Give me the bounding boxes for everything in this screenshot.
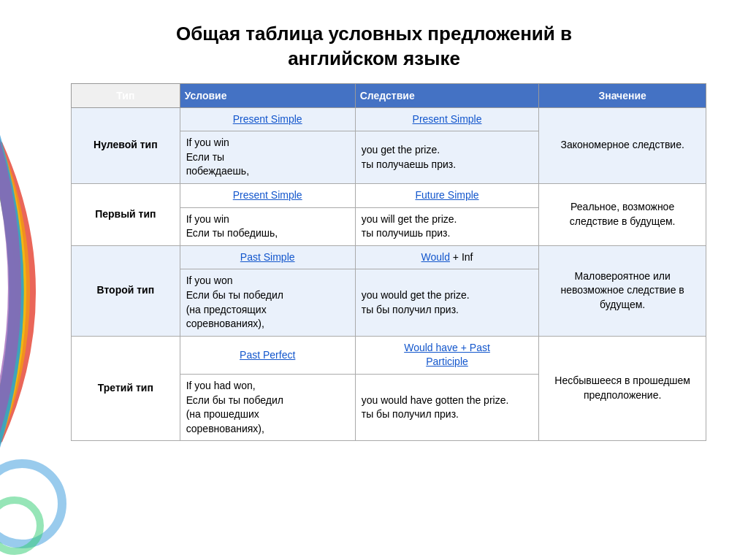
section1-condition-example: If you win Если ты победишь, bbox=[180, 207, 355, 245]
section2-consequence-link-would: Would bbox=[421, 251, 450, 263]
section0-consequence-link: Present Simple bbox=[413, 113, 482, 125]
section3-consequence-header: Would have + Past Participle bbox=[355, 336, 539, 374]
section1-header-row: Первый тип Present Simple Future Simple … bbox=[72, 183, 706, 207]
section0-condition-link: Present Simple bbox=[233, 113, 302, 125]
type-zero: Нулевой тип bbox=[72, 107, 180, 183]
section0-consequence-example: you get the prize. ты получаешь приз. bbox=[355, 131, 539, 184]
section3-condition-example: If you had won, Если бы ты победил (на п… bbox=[180, 374, 355, 440]
table-header-row: Тип Условие Следствие Значение bbox=[72, 83, 706, 107]
section1-consequence-header: Future Simple bbox=[355, 183, 539, 207]
section3-meaning: Несбывшееся в прошедшем предположение. bbox=[539, 336, 706, 441]
section2-consequence-header: Would + Inf bbox=[355, 245, 539, 269]
section1-condition-link: Present Simple bbox=[233, 189, 302, 201]
header-meaning: Значение bbox=[539, 83, 706, 107]
conditional-sentences-table: Тип Условие Следствие Значение Нулевой т… bbox=[71, 83, 706, 442]
svg-point-1 bbox=[0, 500, 40, 551]
section1-consequence-example: you will get the prize. ты получишь приз… bbox=[355, 207, 539, 245]
svg-point-0 bbox=[0, 464, 62, 544]
type-third: Третий тип bbox=[72, 336, 180, 441]
section2-header-row: Второй тип Past Simple Would + Inf Малов… bbox=[72, 245, 706, 269]
section3-consequence-example: you would have gotten the prize. ты бы п… bbox=[355, 374, 539, 440]
section0-condition-header: Present Simple bbox=[180, 107, 355, 131]
section3-condition-header: Past Perfect bbox=[180, 336, 355, 374]
section2-condition-header: Past Simple bbox=[180, 245, 355, 269]
section0-condition-example: If you win Если ты побеждаешь, bbox=[180, 131, 355, 184]
section3-header-row: Третий тип Past Perfect Would have + Pas… bbox=[72, 336, 706, 374]
section2-meaning: Маловероятное или невозможное следствие … bbox=[539, 245, 706, 336]
page-title: Общая таблица условных предложений в анг… bbox=[176, 22, 572, 72]
section3-consequence-link-would: Would have + Past bbox=[404, 342, 490, 353]
section2-condition-link: Past Simple bbox=[240, 251, 295, 263]
section2-condition-example: If you won Если бы ты победил (на предст… bbox=[180, 269, 355, 336]
section0-header-row: Нулевой тип Present Simple Present Simpl… bbox=[72, 107, 706, 131]
section1-condition-header: Present Simple bbox=[180, 183, 355, 207]
type-first: Первый тип bbox=[72, 183, 180, 245]
header-consequence: Следствие bbox=[355, 83, 539, 107]
section1-meaning: Реальное, возможное следствие в будущем. bbox=[539, 183, 706, 245]
section3-consequence-participle: Participle bbox=[426, 356, 468, 367]
type-second: Второй тип bbox=[72, 245, 180, 336]
main-table-wrapper: Тип Условие Следствие Значение Нулевой т… bbox=[71, 83, 706, 442]
header-type: Тип bbox=[72, 83, 180, 107]
section2-consequence-plus: + bbox=[453, 251, 462, 263]
section2-consequence-inf: Inf bbox=[462, 251, 473, 263]
section1-consequence-link: Future Simple bbox=[415, 189, 478, 201]
section2-consequence-example: you would get the prize. ты бы получил п… bbox=[355, 269, 539, 336]
section3-condition-link: Past Perfect bbox=[240, 349, 295, 361]
section0-meaning: Закономерное следствие. bbox=[539, 107, 706, 183]
section0-consequence-header: Present Simple bbox=[355, 107, 539, 131]
header-condition: Условие bbox=[180, 83, 355, 107]
